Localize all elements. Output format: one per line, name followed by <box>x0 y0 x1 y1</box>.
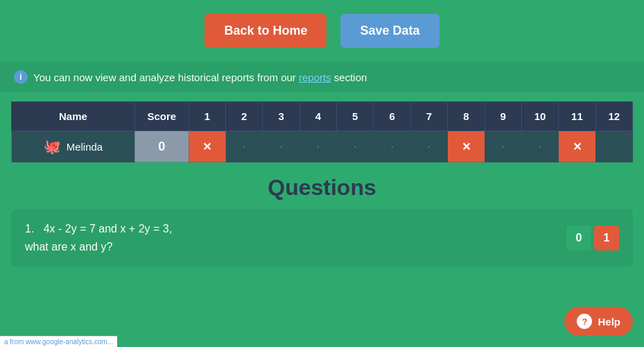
cell-q9: · <box>485 131 521 162</box>
answer-1-button[interactable]: 1 <box>594 226 619 251</box>
info-text: You can now view and analyze historical … <box>33 71 367 83</box>
back-to-home-button[interactable]: Back to Home <box>204 14 327 48</box>
player-score: 0 <box>134 131 189 162</box>
col-9: 9 <box>485 102 521 131</box>
question-text-1: 1. 4x - 2y = 7 and x + 2y = 3,what are x… <box>25 220 552 255</box>
col-7: 7 <box>410 102 447 131</box>
table-header-row: Name Score 1 2 3 4 5 6 7 8 9 10 11 12 <box>12 102 633 131</box>
cell-q12 <box>595 131 632 162</box>
col-4: 4 <box>299 102 336 131</box>
cell-q2: · <box>226 131 263 162</box>
info-icon: i <box>14 70 28 84</box>
top-bar: Back to Home Save Data <box>0 0 644 63</box>
col-1: 1 <box>189 102 225 131</box>
cell-q11: ✕ <box>559 131 595 162</box>
col-8: 8 <box>448 102 485 131</box>
col-name: Name <box>12 102 135 131</box>
question-answers-1: 0 1 <box>566 226 619 251</box>
questions-section: Questions 1. 4x - 2y = 7 and x + 2y = 3,… <box>0 175 644 266</box>
cell-q3: · <box>263 131 299 162</box>
info-bar: i You can now view and analyze historica… <box>0 63 644 92</box>
cell-q4: · <box>299 131 336 162</box>
col-10: 10 <box>521 102 558 131</box>
scores-table: Name Score 1 2 3 4 5 6 7 8 9 10 11 12 🐙 <box>11 101 633 162</box>
cell-q8: ✕ <box>448 131 485 162</box>
ga-footer: a from www.google-analytics.com... <box>0 336 117 347</box>
help-label: Help <box>598 316 620 328</box>
answer-0-button[interactable]: 0 <box>566 226 591 251</box>
player-icon: 🐙 <box>44 138 61 155</box>
col-11: 11 <box>559 102 595 131</box>
question-card-1: 1. 4x - 2y = 7 and x + 2y = 3,what are x… <box>11 209 633 266</box>
cell-q10: · <box>521 131 558 162</box>
cell-q1: ✕ <box>189 131 225 162</box>
questions-title: Questions <box>0 175 644 201</box>
col-12: 12 <box>595 102 632 131</box>
scores-table-container: Name Score 1 2 3 4 5 6 7 8 9 10 11 12 🐙 <box>11 101 633 162</box>
cell-q7: · <box>410 131 447 162</box>
col-5: 5 <box>337 102 374 131</box>
help-icon: ? <box>577 314 592 329</box>
reports-link[interactable]: reports <box>299 71 331 83</box>
col-score: Score <box>134 102 189 131</box>
table-row: 🐙 Melinda 0 ✕ · · · · · · ✕ · · ✕ <box>12 131 633 162</box>
player-name-cell: 🐙 Melinda <box>12 131 135 162</box>
player-name: Melinda <box>67 141 103 153</box>
col-3: 3 <box>263 102 299 131</box>
col-2: 2 <box>226 102 263 131</box>
help-button[interactable]: ? Help <box>564 307 633 336</box>
cell-q5: · <box>337 131 374 162</box>
col-6: 6 <box>374 102 410 131</box>
cell-q6: · <box>374 131 410 162</box>
save-data-button[interactable]: Save Data <box>340 14 439 48</box>
